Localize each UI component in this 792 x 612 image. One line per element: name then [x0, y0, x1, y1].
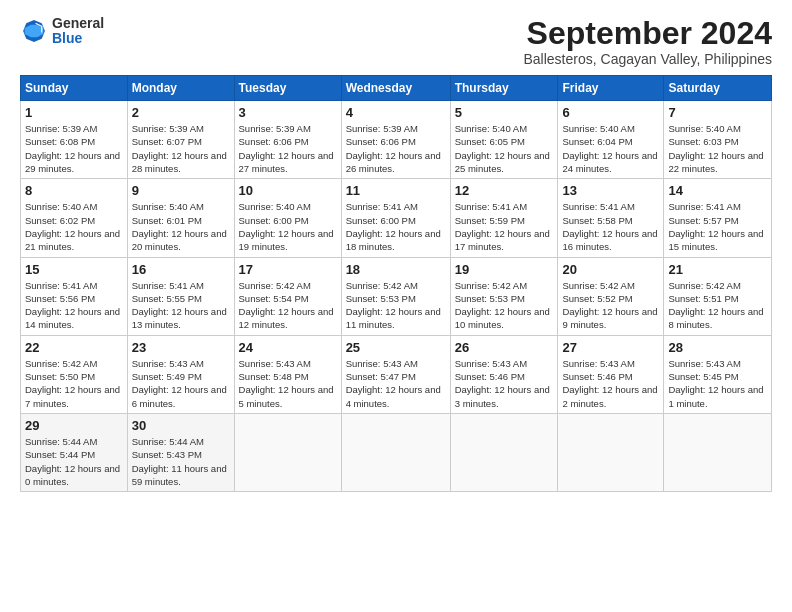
- day-cell-2: 2 Sunrise: 5:39 AMSunset: 6:07 PMDayligh…: [127, 101, 234, 179]
- table-row: 22 Sunrise: 5:42 AMSunset: 5:50 PMDaylig…: [21, 335, 772, 413]
- day-cell-27: 27 Sunrise: 5:43 AMSunset: 5:46 PMDaylig…: [558, 335, 664, 413]
- day-cell-6: 6 Sunrise: 5:40 AMSunset: 6:04 PMDayligh…: [558, 101, 664, 179]
- day-cell-3: 3 Sunrise: 5:39 AMSunset: 6:06 PMDayligh…: [234, 101, 341, 179]
- header-row: Sunday Monday Tuesday Wednesday Thursday…: [21, 76, 772, 101]
- day-cell-21: 21 Sunrise: 5:42 AMSunset: 5:51 PMDaylig…: [664, 257, 772, 335]
- day-cell-8: 8 Sunrise: 5:40 AMSunset: 6:02 PMDayligh…: [21, 179, 128, 257]
- empty-cell: [341, 413, 450, 491]
- day-cell-12: 12 Sunrise: 5:41 AMSunset: 5:59 PMDaylig…: [450, 179, 558, 257]
- logo: General Blue: [20, 16, 104, 47]
- day-cell-10: 10 Sunrise: 5:40 AMSunset: 6:00 PMDaylig…: [234, 179, 341, 257]
- day-cell-5: 5 Sunrise: 5:40 AMSunset: 6:05 PMDayligh…: [450, 101, 558, 179]
- col-sunday: Sunday: [21, 76, 128, 101]
- logo-general: General: [52, 15, 104, 31]
- day-cell-18: 18 Sunrise: 5:42 AMSunset: 5:53 PMDaylig…: [341, 257, 450, 335]
- col-monday: Monday: [127, 76, 234, 101]
- title-block: September 2024 Ballesteros, Cagayan Vall…: [523, 16, 772, 67]
- day-cell-30: 30 Sunrise: 5:44 AMSunset: 5:43 PMDaylig…: [127, 413, 234, 491]
- location-subtitle: Ballesteros, Cagayan Valley, Philippines: [523, 51, 772, 67]
- day-cell-16: 16 Sunrise: 5:41 AMSunset: 5:55 PMDaylig…: [127, 257, 234, 335]
- logo-blue: Blue: [52, 30, 82, 46]
- table-row: 29 Sunrise: 5:44 AMSunset: 5:44 PMDaylig…: [21, 413, 772, 491]
- day-cell-17: 17 Sunrise: 5:42 AMSunset: 5:54 PMDaylig…: [234, 257, 341, 335]
- empty-cell: [450, 413, 558, 491]
- empty-cell: [558, 413, 664, 491]
- day-cell-9: 9 Sunrise: 5:40 AMSunset: 6:01 PMDayligh…: [127, 179, 234, 257]
- day-cell-22: 22 Sunrise: 5:42 AMSunset: 5:50 PMDaylig…: [21, 335, 128, 413]
- day-cell-1: 1 Sunrise: 5:39 AMSunset: 6:08 PMDayligh…: [21, 101, 128, 179]
- col-saturday: Saturday: [664, 76, 772, 101]
- day-cell-4: 4 Sunrise: 5:39 AMSunset: 6:06 PMDayligh…: [341, 101, 450, 179]
- day-cell-23: 23 Sunrise: 5:43 AMSunset: 5:49 PMDaylig…: [127, 335, 234, 413]
- calendar-page: General Blue September 2024 Ballesteros,…: [0, 0, 792, 502]
- month-title: September 2024: [523, 16, 772, 51]
- empty-cell: [664, 413, 772, 491]
- calendar-table: Sunday Monday Tuesday Wednesday Thursday…: [20, 75, 772, 492]
- logo-icon: [20, 17, 48, 45]
- day-cell-19: 19 Sunrise: 5:42 AMSunset: 5:53 PMDaylig…: [450, 257, 558, 335]
- day-cell-7: 7 Sunrise: 5:40 AMSunset: 6:03 PMDayligh…: [664, 101, 772, 179]
- empty-cell: [234, 413, 341, 491]
- col-friday: Friday: [558, 76, 664, 101]
- day-cell-28: 28 Sunrise: 5:43 AMSunset: 5:45 PMDaylig…: [664, 335, 772, 413]
- day-cell-11: 11 Sunrise: 5:41 AMSunset: 6:00 PMDaylig…: [341, 179, 450, 257]
- day-cell-26: 26 Sunrise: 5:43 AMSunset: 5:46 PMDaylig…: [450, 335, 558, 413]
- day-cell-15: 15 Sunrise: 5:41 AMSunset: 5:56 PMDaylig…: [21, 257, 128, 335]
- day-cell-29: 29 Sunrise: 5:44 AMSunset: 5:44 PMDaylig…: [21, 413, 128, 491]
- logo-text: General Blue: [52, 16, 104, 47]
- table-row: 1 Sunrise: 5:39 AMSunset: 6:08 PMDayligh…: [21, 101, 772, 179]
- day-cell-20: 20 Sunrise: 5:42 AMSunset: 5:52 PMDaylig…: [558, 257, 664, 335]
- col-thursday: Thursday: [450, 76, 558, 101]
- header: General Blue September 2024 Ballesteros,…: [20, 16, 772, 67]
- col-tuesday: Tuesday: [234, 76, 341, 101]
- table-row: 8 Sunrise: 5:40 AMSunset: 6:02 PMDayligh…: [21, 179, 772, 257]
- day-cell-25: 25 Sunrise: 5:43 AMSunset: 5:47 PMDaylig…: [341, 335, 450, 413]
- table-row: 15 Sunrise: 5:41 AMSunset: 5:56 PMDaylig…: [21, 257, 772, 335]
- day-cell-14: 14 Sunrise: 5:41 AMSunset: 5:57 PMDaylig…: [664, 179, 772, 257]
- col-wednesday: Wednesday: [341, 76, 450, 101]
- day-cell-24: 24 Sunrise: 5:43 AMSunset: 5:48 PMDaylig…: [234, 335, 341, 413]
- day-cell-13: 13 Sunrise: 5:41 AMSunset: 5:58 PMDaylig…: [558, 179, 664, 257]
